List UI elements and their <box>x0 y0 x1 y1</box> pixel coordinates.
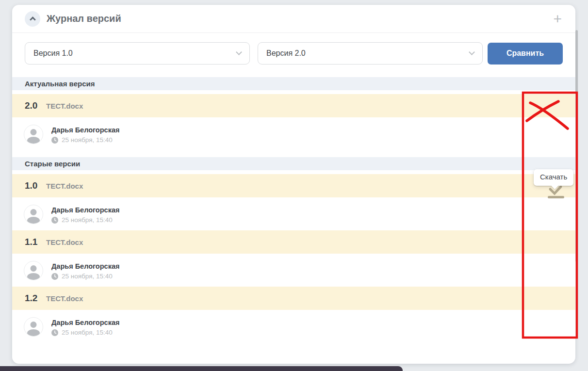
version-timestamp: 25 ноября, 15:40 <box>51 216 119 224</box>
version-number: 1.0 <box>25 180 46 191</box>
author-name: Дарья Белогорская <box>51 261 119 272</box>
section-current-version: Актуальная версия <box>12 77 575 90</box>
panel-title: Журнал версий <box>47 13 121 24</box>
timestamp-text: 25 ноября, 15:40 <box>62 136 113 144</box>
author-info: Дарья Белогорская 25 ноября, 15:40 <box>51 125 119 144</box>
person-icon <box>24 125 43 144</box>
compare-bar: Версия 1.0 Версия 2.0 Сравнить <box>12 33 575 65</box>
version-filename: ТЕСТ.docx <box>46 294 83 303</box>
section-old-versions: Старые версии <box>12 157 575 170</box>
version-timestamp: 25 ноября, 15:40 <box>51 329 119 336</box>
version-row-1-0[interactable]: 1.0 ТЕСТ.docx <box>12 174 575 197</box>
download-tooltip: Скачать <box>534 169 573 186</box>
clock-icon <box>51 329 58 336</box>
chevron-down-icon <box>236 49 242 55</box>
page: Журнал версий + Версия 1.0 Версия 2.0 Ср… <box>0 0 588 371</box>
version-timestamp: 25 ноября, 15:40 <box>51 136 119 144</box>
version-author-row: Дарья Белогорская 25 ноября, 15:40 <box>12 202 575 226</box>
timestamp-text: 25 ноября, 15:40 <box>62 273 113 280</box>
person-icon <box>24 205 43 224</box>
author-info: Дарья Белогорская 25 ноября, 15:40 <box>51 261 119 280</box>
clock-icon <box>51 273 58 280</box>
version-author-row: Дарья Белогорская 25 ноября, 15:40 <box>12 315 575 339</box>
person-icon <box>24 317 43 337</box>
version-row-1-2[interactable]: 1.2 ТЕСТ.docx <box>12 287 575 310</box>
version-author-row: Дарья Белогорская 25 ноября, 15:40 <box>12 258 575 283</box>
version-select-to-value: Версия 2.0 <box>266 49 306 58</box>
version-select-from[interactable]: Версия 1.0 <box>25 42 250 65</box>
version-row-2-0[interactable]: 2.0 ТЕСТ.docx <box>12 94 575 117</box>
author-info: Дарья Белогорская 25 ноября, 15:40 <box>51 318 119 336</box>
chevron-up-icon <box>30 16 36 23</box>
plus-icon[interactable]: + <box>553 12 562 26</box>
version-filename: ТЕСТ.docx <box>46 102 83 110</box>
version-number: 2.0 <box>25 100 46 111</box>
version-select-to[interactable]: Версия 2.0 <box>258 42 483 65</box>
clock-icon <box>51 137 58 144</box>
version-select-from-value: Версия 1.0 <box>33 49 73 58</box>
panel-scrollbar[interactable] <box>575 30 578 262</box>
timestamp-text: 25 ноября, 15:40 <box>62 329 113 336</box>
collapse-button[interactable] <box>25 11 40 27</box>
author-info: Дарья Белогорская 25 ноября, 15:40 <box>51 205 119 224</box>
compare-button[interactable]: Сравнить <box>488 43 563 65</box>
version-number: 1.2 <box>25 293 46 304</box>
version-timestamp: 25 ноября, 15:40 <box>51 273 119 280</box>
version-row-1-1[interactable]: 1.1 ТЕСТ.docx <box>12 230 575 254</box>
author-name: Дарья Белогорская <box>51 125 119 135</box>
author-name: Дарья Белогорская <box>51 205 119 215</box>
version-number: 1.1 <box>25 237 46 247</box>
bottom-dark-bar <box>0 366 403 371</box>
versions-journal-panel: Журнал версий + Версия 1.0 Версия 2.0 Ср… <box>12 5 575 364</box>
person-icon <box>24 261 43 280</box>
version-author-row: Дарья Белогорская 25 ноября, 15:40 <box>12 122 575 146</box>
clock-icon <box>51 217 58 224</box>
version-filename: ТЕСТ.docx <box>46 182 83 190</box>
timestamp-text: 25 ноября, 15:40 <box>62 216 113 224</box>
versions-list: Актуальная версия 2.0 ТЕСТ.docx Дарья Бе… <box>12 77 575 339</box>
chevron-down-icon <box>469 49 475 55</box>
author-name: Дарья Белогорская <box>51 318 119 328</box>
panel-header: Журнал версий + <box>12 5 575 33</box>
version-filename: ТЕСТ.docx <box>46 238 83 246</box>
